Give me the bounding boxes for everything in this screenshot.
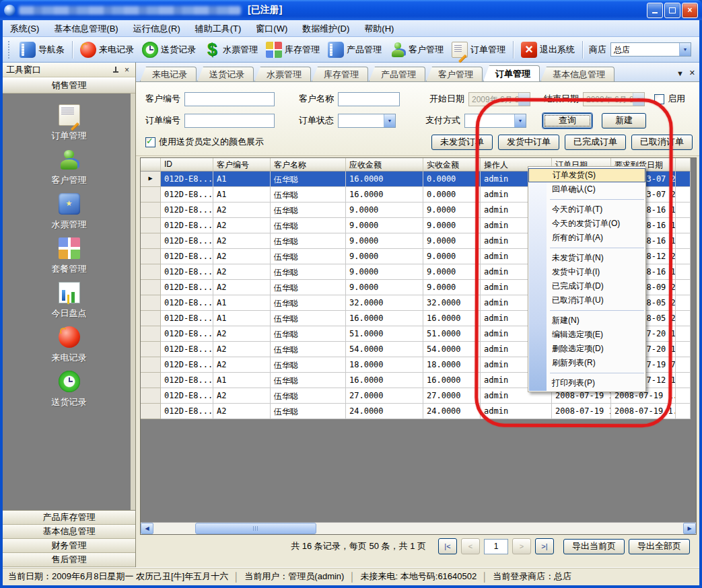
toolbar-grip[interactable] xyxy=(8,41,13,59)
row-selector-cell[interactable] xyxy=(141,311,161,326)
row-selector-cell[interactable] xyxy=(141,187,161,203)
sidebar-group-售后管理[interactable]: 售后管理 xyxy=(3,553,135,567)
sidebar-group-基本信息管理[interactable]: 基本信息管理 xyxy=(3,525,135,539)
toolbar-button-导航条[interactable]: 导航条 xyxy=(15,40,69,60)
sidebar-close-icon[interactable]: × xyxy=(122,65,132,75)
menubar-item[interactable]: 数据维护(D) xyxy=(295,21,357,36)
toolbar-button-产品管理[interactable]: 产品管理 xyxy=(324,40,386,60)
column-header-实收金额[interactable]: 实收金额 xyxy=(423,158,481,172)
status-filter-button-发货中订单[interactable]: 发货中订单 xyxy=(498,135,559,150)
sidebar-scrollbar[interactable] xyxy=(131,94,135,510)
toolbar-button-送货记录[interactable]: 送货记录 xyxy=(138,40,200,60)
sidebar-group-财务管理[interactable]: 财务管理 xyxy=(3,539,135,553)
minimize-button[interactable] xyxy=(647,3,663,18)
tab-基本信息管理[interactable]: 基本信息管理 xyxy=(540,67,615,81)
delivery-color-checkbox[interactable]: 使用送货员定义的颜色展示 xyxy=(145,136,264,148)
sidebar-item-订单管理[interactable]: 订单管理 xyxy=(15,104,123,142)
tab-dropdown-icon[interactable]: ▼ xyxy=(676,69,684,77)
context-menu-item-已取消订单(U)[interactable]: 已取消订单(U) xyxy=(528,293,645,307)
column-header-ID[interactable]: ID xyxy=(161,158,213,172)
sidebar-item-水票管理[interactable]: 水票管理 xyxy=(15,193,123,231)
tab-客户管理[interactable]: 客户管理 xyxy=(426,67,483,81)
customer-code-input[interactable] xyxy=(184,92,275,106)
shop-select[interactable]: 总店 ▼ xyxy=(610,42,691,57)
context-menu-item-今天的发货订单(O)[interactable]: 今天的发货订单(O) xyxy=(528,217,645,231)
new-button[interactable]: 新建 xyxy=(602,113,646,128)
sidebar-item-今日盘点[interactable]: 今日盘点 xyxy=(15,282,123,320)
tab-水票管理[interactable]: 水票管理 xyxy=(254,67,311,81)
row-selector-cell[interactable] xyxy=(141,264,161,280)
order-code-input[interactable] xyxy=(184,114,275,128)
order-status-select[interactable]: ▼ xyxy=(338,114,396,128)
sidebar-item-客户管理[interactable]: 客户管理 xyxy=(15,149,123,186)
toolbar-button-客户管理[interactable]: 客户管理 xyxy=(386,40,448,60)
column-header-客户名称[interactable]: 客户名称 xyxy=(271,158,346,172)
context-menu-item-新建(N)[interactable]: 新建(N) xyxy=(528,314,645,328)
toolbar-button-水票管理[interactable]: 水票管理 xyxy=(200,40,262,60)
context-menu-item-未发货订单(N)[interactable]: 未发货订单(N) xyxy=(528,251,645,265)
prev-page-button[interactable]: < xyxy=(461,538,480,554)
sidebar-group-sales[interactable]: 销售管理 xyxy=(3,77,135,94)
row-selector-cell[interactable]: ▶ xyxy=(141,172,161,187)
end-date-picker[interactable]: 2009年 6月 8日 ▼ xyxy=(583,92,645,106)
context-menu-item-编辑选定项(E)[interactable]: 编辑选定项(E) xyxy=(528,328,645,342)
close-button[interactable]: × xyxy=(682,3,698,18)
row-selector-cell[interactable] xyxy=(141,280,161,295)
tab-订单管理[interactable]: 订单管理 xyxy=(483,65,540,81)
menubar-item[interactable]: 运行信息(R) xyxy=(126,21,188,36)
row-selector-cell[interactable] xyxy=(141,404,161,419)
scrollbar-thumb[interactable] xyxy=(195,523,316,534)
chevron-down-icon[interactable]: ▼ xyxy=(679,43,691,56)
sidebar-item-来电记录[interactable]: 来电记录 xyxy=(15,326,123,364)
toolbar-button-库存管理[interactable]: 库存管理 xyxy=(262,40,324,60)
status-filter-button-未发货订单[interactable]: 未发货订单 xyxy=(431,135,493,150)
scroll-right-icon[interactable]: ▶ xyxy=(683,523,696,534)
context-menu-item-发货中订单(I)[interactable]: 发货中订单(I) xyxy=(528,265,645,279)
row-selector-cell[interactable] xyxy=(141,388,161,404)
toolbar-button-来电记录[interactable]: 来电记录 xyxy=(76,40,138,60)
row-selector-cell[interactable] xyxy=(141,233,161,249)
tab-送货记录[interactable]: 送货记录 xyxy=(197,67,254,81)
pay-method-select[interactable]: ▼ xyxy=(464,114,526,128)
start-date-picker[interactable]: 2009年 6月 8日 ▼ xyxy=(468,92,530,106)
first-page-button[interactable]: |< xyxy=(438,538,457,554)
row-selector-cell[interactable] xyxy=(141,326,161,342)
next-page-button[interactable]: > xyxy=(512,538,531,554)
row-selector-cell[interactable] xyxy=(141,357,161,373)
query-button[interactable]: 查询 xyxy=(542,113,592,128)
context-menu-item-订单发货(S)[interactable]: 订单发货(S) xyxy=(528,168,645,182)
sidebar-item-套餐管理[interactable]: 套餐管理 xyxy=(15,237,123,275)
maximize-button[interactable] xyxy=(664,3,680,18)
context-menu-item-刷新列表(R)[interactable]: 刷新列表(R) xyxy=(528,356,645,370)
scroll-left-icon[interactable]: ◀ xyxy=(141,523,153,534)
menubar-item[interactable]: 辅助工具(T) xyxy=(188,21,249,36)
sidebar-item-送货记录[interactable]: 送货记录 xyxy=(15,371,123,408)
row-selector-cell[interactable] xyxy=(141,249,161,264)
sidebar-group-产品库存管理[interactable]: 产品库存管理 xyxy=(3,511,135,525)
context-menu-item-今天的订单(T)[interactable]: 今天的订单(T) xyxy=(528,203,645,217)
export-current-page-button[interactable]: 导出当前页 xyxy=(563,539,625,554)
row-selector-cell[interactable] xyxy=(141,295,161,311)
tab-close-icon[interactable]: ✕ xyxy=(689,69,695,77)
tab-来电记录[interactable]: 来电记录 xyxy=(140,67,197,81)
context-menu-item-回单确认(C)[interactable]: 回单确认(C) xyxy=(528,182,645,196)
row-selector-cell[interactable] xyxy=(141,373,161,388)
context-menu-item-打印列表(P)[interactable]: 打印列表(P) xyxy=(528,376,645,390)
horizontal-scrollbar[interactable]: ◀ ▶ xyxy=(141,522,696,534)
column-header-客户编号[interactable]: 客户编号 xyxy=(213,158,271,172)
status-filter-button-已取消订单[interactable]: 已取消订单 xyxy=(631,135,693,150)
table-row[interactable]: 012D-E8...A2伍华聪24.000024.0000admin2008-0… xyxy=(141,404,696,419)
row-selector-cell[interactable] xyxy=(141,203,161,218)
context-menu-item-已完成订单(D)[interactable]: 已完成订单(D) xyxy=(528,279,645,293)
tab-库存管理[interactable]: 库存管理 xyxy=(312,67,368,81)
toolbar-button-退出系统[interactable]: 退出系统 xyxy=(517,40,579,60)
customer-name-input[interactable] xyxy=(338,92,400,106)
scrollbar-track[interactable] xyxy=(153,523,683,534)
export-all-pages-button[interactable]: 导出全部页 xyxy=(629,539,690,554)
menubar-item[interactable]: 基本信息管理(B) xyxy=(46,21,125,36)
menubar-item[interactable]: 帮助(H) xyxy=(357,21,401,36)
toolbar-button-订单管理[interactable]: 订单管理 xyxy=(448,40,510,60)
row-selector-cell[interactable] xyxy=(141,342,161,357)
context-menu-item-所有的订单(A)[interactable]: 所有的订单(A) xyxy=(528,231,645,245)
status-filter-button-已完成订单[interactable]: 已完成订单 xyxy=(565,135,626,150)
